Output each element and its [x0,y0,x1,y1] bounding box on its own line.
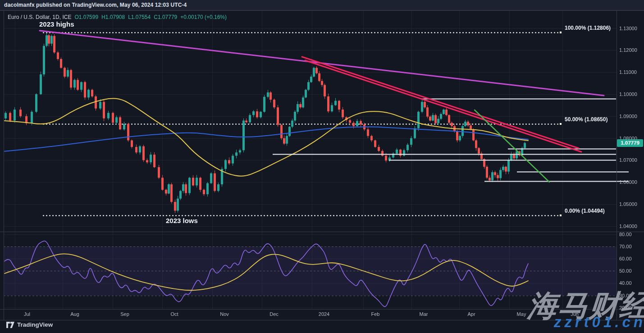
fib-level-label: 50.00% (1.08650) [565,116,607,123]
legend-ohlc-value: L1.07554 [128,14,151,20]
tradingview-logo[interactable]: TradingView [6,321,53,328]
legend-ohlc-value: H1.07908 [101,14,125,20]
legend-ohlc-value: +0.00170 (+0.16%) [180,14,227,20]
annotation-2023-lows: 2023 lows [166,217,198,224]
symbol-title: Euro / U.S. Dollar, 1D, ICE [8,14,71,20]
annotation-2023-highs: 2023 highs [39,20,74,28]
chart-legend[interactable]: Euro / U.S. Dollar, 1D, ICEO1.07599H1.07… [8,14,227,20]
chart-canvas[interactable] [0,0,644,333]
watermark-url: zzrt01.cn [554,314,644,331]
fib-level-label: 0.00% (1.04494) [565,208,605,214]
fib-level-label: 100.00% (1.12806) [565,25,611,31]
time-axis[interactable] [0,309,617,320]
legend-ohlc-value: O1.07599 [74,14,98,20]
legend-ohlc-value: C1.07779 [154,14,177,20]
tradingview-chart-page: dacolmanfx published on TradingView.com,… [0,0,644,333]
tradingview-logo-text: TradingView [17,321,53,328]
price-axis[interactable] [617,11,644,320]
tradingview-logo-icon [6,322,14,328]
